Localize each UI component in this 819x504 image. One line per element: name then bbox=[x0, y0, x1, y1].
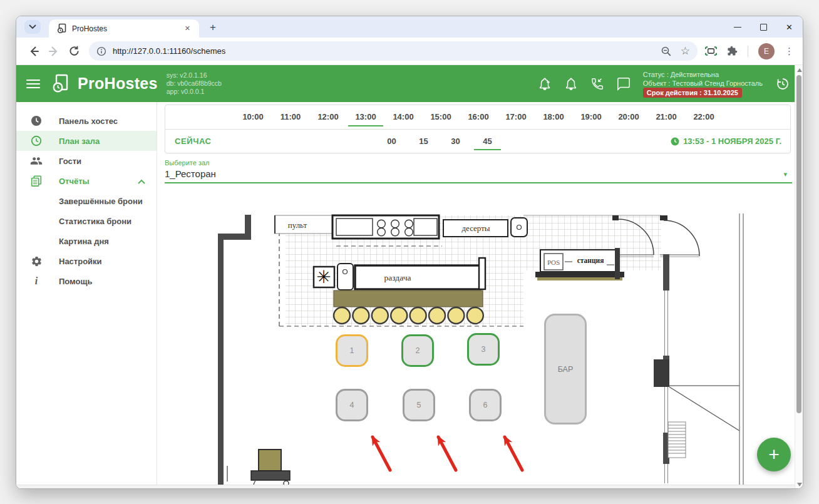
version-sys: sys: v2.0.1.16 bbox=[167, 71, 222, 80]
tab-search-button[interactable] bbox=[24, 20, 41, 34]
label-pos: POS bbox=[547, 259, 560, 266]
minute-cell-selected[interactable]: 45 bbox=[471, 130, 503, 153]
bookmark-star-icon[interactable]: ☆ bbox=[681, 44, 690, 58]
sidebar-item-booking-stats[interactable]: Статистика брони bbox=[16, 211, 157, 231]
gear-icon bbox=[30, 255, 43, 267]
sidebar-item-help[interactable]: i Помощь bbox=[16, 271, 157, 291]
minute-cell[interactable]: 15 bbox=[408, 130, 440, 153]
hour-cell[interactable]: 18:00 bbox=[535, 105, 572, 129]
table-number: 4 bbox=[350, 401, 354, 409]
notification-add-icon[interactable] bbox=[538, 77, 552, 91]
profile-avatar[interactable]: E bbox=[758, 43, 775, 59]
table-5[interactable]: 5 bbox=[403, 389, 435, 421]
sidebar-item-hostess-panel[interactable]: Панель хостес bbox=[16, 111, 157, 131]
hall-select[interactable]: Выберите зал 1_Ресторан ▾ bbox=[165, 159, 792, 183]
hall-select-label: Выберите зал bbox=[165, 159, 792, 167]
sidebar-item-guests[interactable]: Гости bbox=[16, 151, 157, 171]
tab-close-icon[interactable]: ✕ bbox=[182, 23, 193, 34]
zoom-out-icon[interactable] bbox=[661, 46, 672, 57]
page-scrollbar[interactable] bbox=[795, 65, 803, 489]
table-number: 2 bbox=[416, 346, 420, 355]
sidebar-item-settings[interactable]: Настройки bbox=[16, 251, 157, 271]
hall-select-value[interactable]: 1_Ресторан bbox=[165, 168, 792, 183]
scroll-up-arrow-icon[interactable] bbox=[797, 68, 802, 72]
hour-cell[interactable]: 16:00 bbox=[460, 105, 497, 129]
new-tab-button[interactable]: + bbox=[205, 21, 220, 34]
phone-callback-icon[interactable] bbox=[590, 77, 604, 91]
label-desserts: десерты bbox=[461, 224, 490, 233]
browser-menu-icon[interactable]: ⋮ bbox=[785, 46, 794, 57]
clock-outline-icon bbox=[30, 135, 43, 147]
hour-cell[interactable]: 19:00 bbox=[572, 105, 610, 129]
bar-counter[interactable]: БАР bbox=[544, 314, 587, 424]
sidebar-item-label: Помощь bbox=[59, 277, 92, 286]
table-6[interactable]: 6 bbox=[469, 389, 502, 421]
table-3[interactable]: 3 bbox=[467, 333, 500, 366]
hour-cell[interactable]: 11:00 bbox=[272, 105, 309, 129]
status-line: Статус : Действительна bbox=[643, 70, 763, 79]
clock-filled-icon bbox=[30, 115, 43, 127]
browser-tab[interactable]: ProHostes ✕ bbox=[49, 19, 199, 38]
url-text[interactable]: http://127.0.0.1:11160/schemes bbox=[113, 46, 661, 56]
chat-icon[interactable] bbox=[617, 77, 631, 91]
close-button[interactable]: ✕ bbox=[786, 23, 793, 32]
now-label[interactable]: СЕЙЧАС bbox=[175, 136, 212, 146]
url-bar[interactable]: http://127.0.0.1:11160/schemes ☆ bbox=[89, 41, 698, 61]
version-info: sys: v2.0.1.16 db: vb0ca6f8b9ccb app: v0… bbox=[167, 71, 222, 96]
app-title: ProHostes bbox=[78, 75, 158, 93]
reload-button[interactable] bbox=[64, 41, 84, 61]
sidebar-item-day-picture[interactable]: Картина дня bbox=[16, 231, 157, 251]
scrollbar-thumb[interactable] bbox=[796, 75, 801, 413]
table-number: 5 bbox=[417, 401, 421, 409]
browser-toolbar: http://127.0.0.1:11160/schemes ☆ E ⋮ bbox=[16, 38, 803, 65]
sidebar-item-label: Панель хостес bbox=[59, 116, 118, 126]
minute-cell[interactable]: 00 bbox=[376, 130, 408, 153]
menu-hamburger-icon[interactable] bbox=[26, 80, 40, 88]
hour-cell[interactable]: 15:00 bbox=[422, 105, 460, 129]
add-fab-button[interactable]: + bbox=[757, 438, 791, 471]
site-info-icon[interactable] bbox=[96, 46, 106, 56]
table-4[interactable]: 4 bbox=[336, 389, 368, 421]
browser-window: ProHostes ✕ + ✕ http://127.0.0.1:11160/s… bbox=[16, 16, 803, 489]
hour-cell[interactable]: 12:00 bbox=[309, 105, 347, 129]
current-datetime: 13:53 - 1 НОЯБРЯ 2025 Г. bbox=[671, 136, 781, 146]
hour-cell[interactable]: 22:00 bbox=[685, 105, 723, 129]
hour-cell[interactable]: 17:00 bbox=[497, 105, 535, 129]
hour-cell[interactable]: 10:00 bbox=[234, 105, 272, 129]
prohostes-favicon bbox=[56, 23, 67, 34]
label-station: станция bbox=[577, 257, 604, 264]
back-button[interactable] bbox=[24, 41, 44, 61]
minimize-button[interactable] bbox=[734, 27, 741, 28]
label-serving: раздача bbox=[384, 273, 411, 282]
floorplan-canvas[interactable]: пульт десерты bbox=[157, 192, 795, 486]
history-refresh-icon[interactable] bbox=[775, 76, 790, 91]
notification-bell-icon[interactable] bbox=[564, 77, 578, 91]
sidebar-item-label: Статистика брони bbox=[59, 217, 131, 226]
app-header: ProHostes sys: v2.0.1.16 db: vb0ca6f8b9c… bbox=[16, 65, 803, 102]
scroll-down-arrow-icon[interactable] bbox=[797, 483, 802, 486]
hour-cell[interactable]: 20:00 bbox=[610, 105, 647, 129]
maximize-button[interactable] bbox=[760, 24, 767, 31]
sidebar-item-hall-plan[interactable]: План зала bbox=[16, 131, 157, 151]
horizontal-scroll-track[interactable] bbox=[16, 485, 795, 489]
sidebar-item-label: Отчёты bbox=[59, 177, 90, 186]
chevron-up-icon[interactable] bbox=[138, 177, 145, 186]
sidebar-item-finished-bookings[interactable]: Завершённые брони bbox=[16, 191, 157, 211]
extensions-puzzle-icon[interactable] bbox=[727, 46, 738, 56]
main-content: 10:00 11:00 12:00 13:00 14:00 15:00 16:0… bbox=[157, 102, 795, 489]
browser-titlebar: ProHostes ✕ + ✕ bbox=[16, 16, 803, 38]
hour-cell[interactable]: 14:00 bbox=[384, 105, 422, 129]
table-2[interactable]: 2 bbox=[401, 334, 434, 367]
sidebar-item-reports[interactable]: Отчёты bbox=[16, 171, 157, 191]
forward-button[interactable] bbox=[44, 41, 64, 61]
current-datetime-text: 13:53 - 1 НОЯБРЯ 2025 Г. bbox=[683, 136, 781, 146]
toolbar-separator bbox=[748, 46, 748, 57]
minute-cell[interactable]: 30 bbox=[440, 130, 471, 153]
hour-cell[interactable]: 21:00 bbox=[647, 105, 685, 129]
hour-cell-selected[interactable]: 13:00 bbox=[347, 105, 384, 129]
tab-capture-icon[interactable] bbox=[705, 46, 717, 56]
dropdown-arrow-icon[interactable]: ▾ bbox=[783, 170, 787, 178]
sidebar-nav: Панель хостес План зала Гости Отчёты Зав… bbox=[16, 102, 157, 489]
table-number: 3 bbox=[482, 345, 486, 354]
table-1[interactable]: 1 bbox=[336, 334, 368, 367]
